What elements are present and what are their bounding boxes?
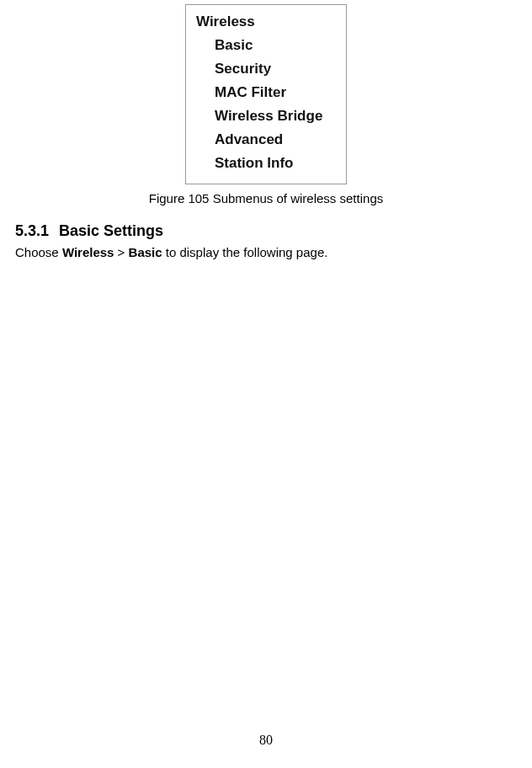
figure-caption: Figure 105 Submenus of wireless settings xyxy=(0,191,532,205)
menu-item-advanced: Advanced xyxy=(196,128,346,152)
section-heading: 5.3.1Basic Settings xyxy=(15,222,532,240)
section-title: Basic Settings xyxy=(59,222,163,239)
page-number: 80 xyxy=(0,733,532,748)
body-suffix: to display the following page. xyxy=(162,245,328,259)
menu-item-security: Security xyxy=(196,57,346,81)
menu-item-station-info: Station Info xyxy=(196,152,346,175)
body-bold-basic: Basic xyxy=(129,245,162,259)
menu-item-mac-filter: MAC Filter xyxy=(196,81,346,104)
menu-parent-wireless: Wireless xyxy=(196,10,346,34)
body-bold-wireless: Wireless xyxy=(62,245,114,259)
menu-item-basic: Basic xyxy=(196,34,346,57)
wireless-submenu-box: Wireless Basic Security MAC Filter Wirel… xyxy=(185,4,347,184)
body-prefix: Choose xyxy=(15,245,62,259)
menu-item-wireless-bridge: Wireless Bridge xyxy=(196,104,346,128)
section-number: 5.3.1 xyxy=(15,222,49,239)
body-separator: > xyxy=(114,245,128,259)
body-paragraph: Choose Wireless > Basic to display the f… xyxy=(15,243,532,261)
